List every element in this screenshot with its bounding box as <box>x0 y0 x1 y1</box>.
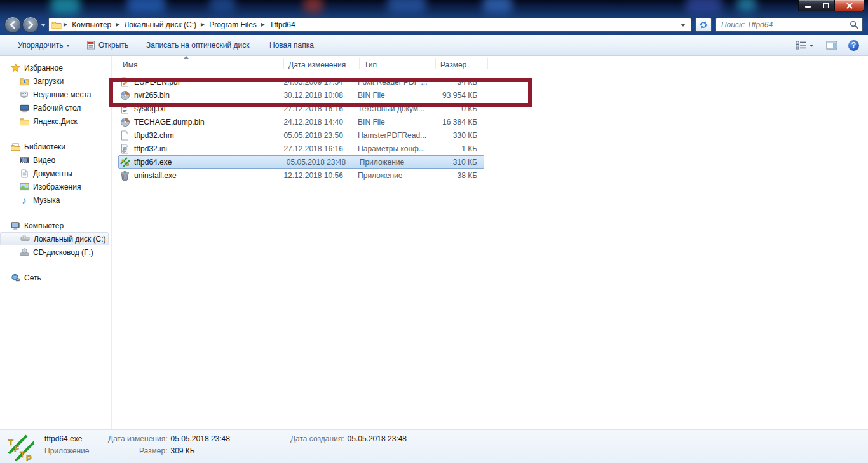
refresh-button[interactable] <box>695 18 712 32</box>
file-size: 1 КБ <box>433 144 484 153</box>
sidebar-item-local-disk-c[interactable]: Локальный диск (C:) <box>0 232 109 245</box>
restore-button[interactable] <box>817 0 835 11</box>
sidebar-item-cd-drive-f[interactable]: CD-дисковод (F:) <box>0 245 111 259</box>
breadcrumb-item-computer[interactable]: Компьютер <box>69 20 114 29</box>
sidebar-item-label: Яндекс.Диск <box>33 117 78 126</box>
sidebar-item-network[interactable]: Сеть <box>0 271 111 284</box>
hdd-icon <box>20 234 30 244</box>
sidebar-item-desktop[interactable]: Рабочий стол <box>0 101 111 114</box>
file-size: 0 КБ <box>433 104 484 113</box>
file-row-tftpd64-exe[interactable]: tftpd64.exe 05.05.2018 23:48 Приложение … <box>118 155 484 169</box>
pictures-icon <box>19 182 29 192</box>
file-row-tftpd32-ini[interactable]: tftpd32.ini 27.12.2018 16:16 Параметры к… <box>112 142 484 155</box>
sidebar-item-yandex-disk[interactable]: Яндекс.Диск <box>0 114 111 128</box>
file-row-nvr265-bin[interactable]: nvr265.bin 30.12.2018 10:08 BIN File 93 … <box>112 88 484 102</box>
star-icon <box>10 63 20 73</box>
sidebar-item-music[interactable]: ♪ Музыка <box>0 193 111 207</box>
file-type: Параметры конф... <box>358 144 433 153</box>
sidebar-item-favorites[interactable]: Избранное <box>0 61 111 74</box>
details-file-type: Приложение <box>44 446 103 455</box>
sidebar-item-documents[interactable]: Документы <box>0 167 111 180</box>
glass-blur-decoration <box>51 0 80 14</box>
file-rows: EUPL-EN.pdf 24.05.2009 17:54 Foxit Reade… <box>112 75 868 182</box>
file-date: 05.05.2018 23:50 <box>283 131 358 140</box>
file-row-eupl-en-pdf[interactable]: EUPL-EN.pdf 24.05.2009 17:54 Foxit Reade… <box>112 75 484 88</box>
sidebar-item-label: Недавние места <box>33 90 91 99</box>
organize-menu-button[interactable]: Упорядочить <box>18 35 70 55</box>
uninstall-icon <box>120 170 130 181</box>
open-button[interactable]: Открыть <box>86 35 128 55</box>
column-header-type[interactable]: Тип <box>360 58 436 69</box>
sidebar-item-recent-places[interactable]: Недавние места <box>0 88 111 101</box>
help-button[interactable]: ? <box>848 35 859 55</box>
views-icon <box>796 41 806 50</box>
chevron-right-icon: ▶ <box>199 22 207 27</box>
details-file-name: tftpd64.exe <box>44 434 103 443</box>
file-row-techage-dump-bin[interactable]: TECHAGE.dump.bin 24.12.2018 14:40 BIN Fi… <box>112 115 484 128</box>
breadcrumb-item-tftpd64[interactable]: Tftpd64 <box>267 20 298 29</box>
file-size: 16 384 КБ <box>433 118 484 127</box>
column-header-name[interactable]: Имя <box>112 58 284 69</box>
sidebar-item-label: Библиотеки <box>24 142 65 151</box>
glass-blur-decoration <box>483 0 512 13</box>
file-row-syslog-txt[interactable]: syslog.txt 27.12.2018 16:16 Текстовый до… <box>112 102 484 115</box>
column-header-size[interactable]: Размер <box>436 58 488 69</box>
details-pane: T F T P tftpd64.exe Приложение Дата изме… <box>0 429 868 463</box>
tftp-app-icon-large: T F T P <box>8 434 34 461</box>
sidebar-item-pictures[interactable]: Изображения <box>0 180 111 193</box>
back-button[interactable] <box>4 17 21 33</box>
search-icon[interactable] <box>850 20 858 29</box>
sidebar-section-favorites: Избранное Загрузки Недавние места Рабочи… <box>0 61 111 128</box>
sidebar-section-computer: Компьютер Локальный диск (C:) CD-дисково… <box>0 219 111 259</box>
created-label: Дата создания: <box>290 434 344 443</box>
details-modified-size: Дата изменения: 05.05.2018 23:48 Размер:… <box>108 434 230 455</box>
pdf-file-icon <box>120 77 130 87</box>
disc-file-icon <box>120 90 130 100</box>
file-row-uninstall-exe[interactable]: uninstall.exe 12.12.2018 10:56 Приложени… <box>112 169 484 182</box>
application-file-icon <box>86 41 95 50</box>
sidebar-item-downloads[interactable]: Загрузки <box>0 74 111 88</box>
file-name: nvr265.bin <box>134 91 283 100</box>
glass-blur-decoration <box>737 0 756 11</box>
sidebar-item-label: Локальный диск (C:) <box>34 235 106 244</box>
text-file-icon <box>120 104 130 114</box>
glass-blur-decoration <box>686 0 722 14</box>
minimize-button[interactable] <box>798 0 817 11</box>
sidebar-item-label: Изображения <box>33 183 81 191</box>
modified-label: Дата изменения: <box>108 434 168 443</box>
address-bar[interactable]: ▶ Компьютер ▶ Локальный диск (C:) ▶ Prog… <box>48 18 691 32</box>
config-file-icon <box>120 144 130 154</box>
column-header-label: Размер <box>440 60 466 69</box>
open-label: Открыть <box>98 41 128 50</box>
file-type: Приложение <box>358 171 433 180</box>
modified-value: 05.05.2018 23:48 <box>171 434 230 443</box>
sort-ascending-icon <box>184 56 189 59</box>
sidebar-item-libraries[interactable]: Библиотеки <box>0 140 111 153</box>
search-box <box>715 18 863 32</box>
forward-button[interactable] <box>22 17 39 33</box>
breadcrumb-item-local-disk[interactable]: Локальный диск (C:) <box>121 20 199 29</box>
sidebar-item-video[interactable]: Видео <box>0 153 111 167</box>
burn-disc-button[interactable]: Записать на оптический диск <box>146 35 250 55</box>
close-icon <box>846 3 853 9</box>
created-value: 05.05.2018 23:48 <box>348 434 407 443</box>
column-header-date[interactable]: Дата изменения <box>284 58 360 69</box>
recent-pages-caret-icon[interactable] <box>41 24 46 27</box>
change-view-button[interactable] <box>796 35 813 55</box>
glass-blur-decoration <box>127 0 165 13</box>
file-name: tftpd64.exe <box>134 158 287 167</box>
address-dropdown-caret-icon[interactable] <box>681 24 686 27</box>
breadcrumb-item-program-files[interactable]: Program Files <box>207 20 259 29</box>
blank-file-icon <box>120 130 130 141</box>
file-row-tftpd32-chm[interactable]: tftpd32.chm 05.05.2018 23:50 HamsterPDFR… <box>112 128 484 142</box>
details-created: Дата создания: 05.05.2018 23:48 <box>290 434 407 443</box>
close-button[interactable] <box>835 0 864 11</box>
preview-pane-button[interactable] <box>826 35 837 55</box>
new-folder-button[interactable]: Новая папка <box>269 35 314 55</box>
file-list-pane: Имя Дата изменения Тип Размер EUPL-EN.pd… <box>112 56 868 429</box>
svg-text:F: F <box>14 444 19 453</box>
music-icon: ♪ <box>19 195 29 205</box>
file-date: 27.12.2018 16:16 <box>283 104 358 113</box>
search-input[interactable] <box>720 20 850 30</box>
sidebar-item-computer[interactable]: Компьютер <box>0 219 111 232</box>
